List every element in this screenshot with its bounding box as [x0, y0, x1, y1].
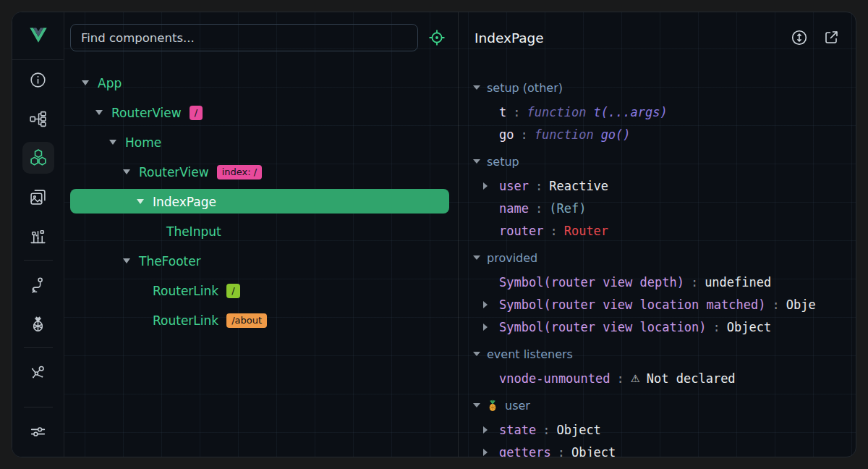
components-icon[interactable] [22, 142, 54, 174]
assets-icon[interactable] [22, 177, 54, 216]
locate-component-button[interactable] [427, 28, 446, 47]
triangle-right-icon [483, 426, 488, 434]
state-row[interactable]: Symbol(router view location):Object [459, 316, 856, 338]
component-name: TheInput [166, 224, 221, 239]
state-key: go [499, 127, 514, 142]
section-header[interactable]: event listeners [459, 341, 856, 367]
graph-icon[interactable] [22, 352, 54, 392]
state-key: router [499, 224, 543, 238]
expand-arrow-icon[interactable] [95, 110, 111, 115]
tree-row[interactable]: RouterLink/ [64, 276, 458, 305]
key-value-separator: : [558, 445, 565, 457]
key-value-separator: : [713, 320, 720, 334]
function-signature: go() [601, 127, 631, 142]
key-value-separator: : [542, 423, 550, 437]
tree-row[interactable]: RouterView/ [64, 98, 458, 127]
expand-arrow-icon[interactable] [137, 199, 153, 204]
section-header[interactable]: user [459, 392, 856, 418]
key-value-separator: : [535, 179, 542, 193]
triangle-down-icon [123, 169, 130, 174]
open-in-editor-icon[interactable] [822, 29, 840, 46]
expand-arrow-icon[interactable] [483, 182, 499, 190]
state-row[interactable]: t:functiont(...args) [459, 101, 856, 123]
state-row[interactable]: Symbol(router view location matched):Obj… [459, 293, 856, 316]
route-badge: /about [226, 313, 267, 328]
expand-arrow-icon[interactable] [483, 426, 499, 434]
component-tree: AppRouterView/HomeRouterViewindex: /Inde… [64, 63, 458, 335]
expand-arrow-icon[interactable] [82, 80, 98, 85]
state-value: Object [556, 423, 600, 437]
tree-row[interactable]: Home [64, 127, 458, 157]
expand-arrow-icon[interactable] [483, 449, 499, 456]
section-header[interactable]: setup [459, 148, 856, 174]
triangle-down-icon [473, 255, 480, 260]
section-label: provided [487, 251, 537, 265]
vue-logo[interactable] [12, 12, 64, 60]
expand-arrow-icon[interactable] [123, 258, 139, 263]
state-row[interactable]: go:functiongo() [459, 123, 856, 145]
expand-arrow-icon[interactable] [109, 140, 125, 145]
state-row[interactable]: getters:Object [459, 441, 856, 457]
section-label: setup [487, 155, 519, 169]
key-value-separator: : [550, 224, 557, 238]
state-row[interactable]: vnode-unmounted:⚠Not declared [459, 367, 856, 389]
state-section: userstate:Objectgetters:Object [459, 392, 856, 457]
search-input[interactable] [70, 24, 418, 51]
timeline-icon[interactable] [22, 216, 54, 255]
state-row[interactable]: Symbol(router view depth):undefined [459, 271, 856, 293]
section-label: setup (other) [487, 81, 563, 95]
state-section: setupuser:Reactivename:(Ref)router:Route… [459, 148, 856, 242]
triangle-down-icon [473, 352, 480, 356]
component-name: RouterLink [153, 313, 218, 328]
component-name: RouterLink [153, 284, 218, 298]
triangle-down-icon [473, 85, 480, 90]
component-name: TheFooter [139, 254, 201, 269]
pinia-icon[interactable] [22, 304, 54, 343]
tree-row[interactable]: RouterLink/about [64, 305, 458, 335]
state-value: Not declared [647, 371, 736, 386]
state-key: Symbol(router view location) [499, 320, 707, 334]
inspector-title: IndexPage [475, 30, 544, 46]
devtools-window: AppRouterView/HomeRouterViewindex: /Inde… [12, 12, 856, 457]
tree-row[interactable]: IndexPage [64, 187, 458, 216]
function-keyword: function [535, 127, 594, 142]
tree-row[interactable]: TheFooter [64, 246, 458, 276]
triangle-right-icon [483, 182, 488, 190]
info-icon[interactable] [22, 60, 54, 99]
triangle-right-icon [483, 301, 488, 308]
state-row[interactable]: router:Router [459, 219, 856, 242]
search-bar [64, 12, 458, 63]
settings-icon[interactable] [22, 412, 54, 451]
expand-arrow-icon[interactable] [483, 301, 499, 308]
state-key: getters [499, 445, 551, 457]
state-value: Obje [786, 297, 816, 312]
triangle-down-icon [137, 199, 144, 204]
component-name: Home [125, 135, 161, 150]
triangle-down-icon [123, 258, 130, 263]
triangle-right-icon [483, 449, 488, 456]
pinia-pineapple-icon [487, 400, 498, 412]
component-tree-panel: AppRouterView/HomeRouterViewindex: /Inde… [64, 12, 458, 457]
state-section: event listenersvnode-unmounted:⚠Not decl… [459, 341, 856, 389]
section-header[interactable]: setup (other) [459, 75, 856, 101]
inspector-panel: IndexPage setup (other)t:functiont(...ar… [458, 12, 856, 457]
expand-arrow-icon[interactable] [483, 324, 499, 331]
section-header[interactable]: provided [459, 245, 856, 271]
route-badge: index: / [217, 165, 262, 179]
tree-row[interactable]: TheInput [64, 216, 458, 246]
state-value: Reactive [549, 179, 608, 193]
component-name: RouterView [139, 165, 209, 179]
component-tree-icon[interactable] [22, 99, 54, 138]
state-row[interactable]: name:(Ref) [459, 197, 856, 219]
route-badge: / [190, 106, 203, 120]
tree-row[interactable]: App [64, 68, 458, 98]
expand-arrow-icon[interactable] [123, 169, 139, 174]
state-value: (Ref) [549, 201, 586, 216]
router-icon[interactable] [22, 265, 54, 304]
state-row[interactable]: state:Object [459, 418, 856, 441]
scroll-to-component-icon[interactable] [791, 29, 808, 46]
function-keyword: function [527, 105, 587, 119]
state-row[interactable]: user:Reactive [459, 174, 856, 197]
state-key: user [499, 179, 529, 193]
tree-row[interactable]: RouterViewindex: / [64, 157, 458, 187]
